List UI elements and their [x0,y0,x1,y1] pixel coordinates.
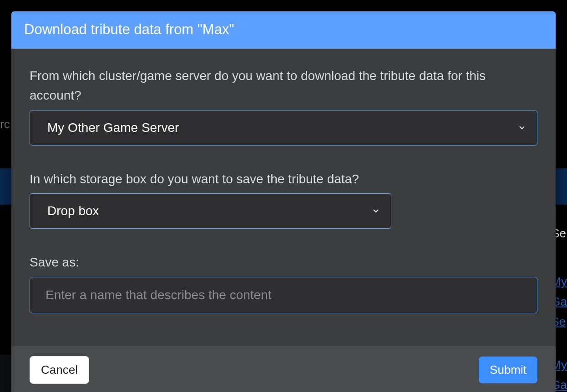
save-as-form-group: Save as: [30,252,537,313]
storage-select-label: In which storage box do you want to save… [30,169,537,189]
chevron-down-icon [517,123,527,133]
storage-select-value: Drop box [47,204,99,218]
save-as-label: Save as: [30,252,537,272]
save-as-input[interactable] [30,277,537,313]
submit-button[interactable]: Submit [479,357,537,383]
chevron-down-icon [371,206,381,216]
cluster-select[interactable]: My Other Game Server [30,110,537,146]
cancel-button[interactable]: Cancel [30,356,89,384]
modal-body: From which cluster/game server do you wa… [11,49,556,346]
cluster-select-value: My Other Game Server [47,121,179,135]
bg-text-fragment: rc [0,117,10,131]
cluster-form-group: From which cluster/game server do you wa… [30,66,537,146]
download-tribute-modal: Download tribute data from "Max" From wh… [11,11,556,392]
modal-title: Download tribute data from "Max" [11,11,556,49]
cluster-select-label: From which cluster/game server do you wa… [30,66,537,106]
storage-select[interactable]: Drop box [30,193,391,229]
modal-footer: Cancel Submit [11,346,556,392]
storage-form-group: In which storage box do you want to save… [30,169,537,229]
